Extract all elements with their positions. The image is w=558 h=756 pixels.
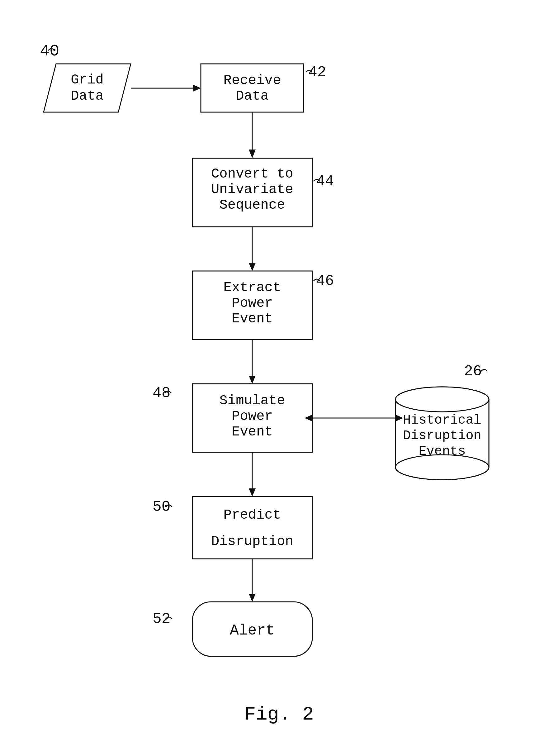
- ref-52: 52: [153, 610, 171, 627]
- receive-data-label-line1: Receive: [224, 73, 281, 88]
- historical-label-line1: Historical: [403, 413, 481, 428]
- grid-data-label-line2: Data: [71, 88, 104, 104]
- predict-label-line1: Predict: [224, 507, 281, 523]
- simulate-label-line1: Simulate: [219, 393, 285, 408]
- simulate-label-line2: Power: [232, 408, 273, 424]
- ref-44: 44: [316, 173, 334, 190]
- figure-caption: Fig. 2: [244, 703, 313, 726]
- alert-label: Alert: [230, 622, 275, 639]
- grid-data-label-line1: Grid: [71, 72, 104, 87]
- simulate-label-line3: Event: [232, 424, 273, 439]
- historical-label-line3: Events: [418, 444, 465, 459]
- receive-data-label-line2: Data: [236, 88, 269, 104]
- extract-label-line2: Power: [232, 295, 273, 311]
- ref-48: 48: [153, 385, 171, 402]
- extract-label-line3: Event: [232, 311, 273, 326]
- historical-label-line2: Disruption: [403, 428, 481, 443]
- diagram-container: 40 Grid Data Receive Data 42 Convert to …: [0, 0, 558, 756]
- ref-26: 26: [464, 363, 482, 380]
- ref-50: 50: [153, 498, 171, 515]
- ref-40: 40: [40, 42, 59, 60]
- convert-label-line2: Univariate: [211, 182, 293, 197]
- ref-42: 42: [308, 64, 326, 81]
- predict-label-line2: Disruption: [211, 534, 293, 549]
- convert-label-line1: Convert to: [211, 166, 293, 182]
- convert-label-line3: Sequence: [219, 197, 285, 213]
- ref-46: 46: [316, 273, 334, 289]
- svg-point-4: [396, 387, 489, 412]
- predict-shape: [193, 497, 312, 559]
- extract-label-line1: Extract: [224, 280, 281, 295]
